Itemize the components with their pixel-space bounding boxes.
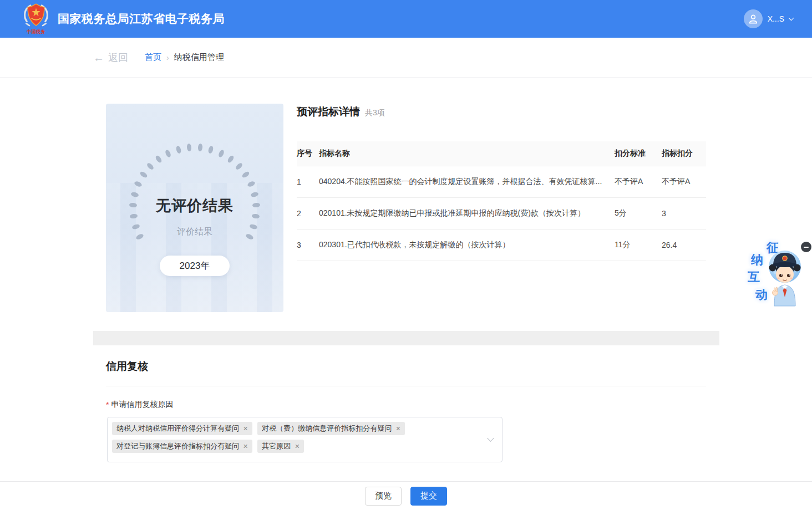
cell-name: 020301.已代扣代收税款，未按规定解缴的（按次计算） [319, 240, 615, 250]
cell-standard: 5分 [615, 208, 662, 218]
minimize-widget-button[interactable] [801, 242, 811, 252]
back-label: 返回 [108, 51, 128, 64]
cell-score: 3 [662, 209, 706, 218]
user-menu[interactable]: X...S [744, 9, 793, 28]
indicators-table: 序号 指标名称 扣分标准 指标扣分 1 040204.不能按照国家统一的会计制度… [297, 141, 706, 261]
tax-officer-avatar-icon [768, 248, 802, 307]
submit-button[interactable]: 提交 [410, 487, 447, 506]
table-row: 1 040204.不能按照国家统一的会计制度规定设置账簿，并根据合法、有效凭证核… [297, 166, 706, 198]
cell-name: 020101.未按规定期限缴纳已申报或批准延期申报的应纳税(费)款（按次计算） [319, 208, 615, 218]
preview-button[interactable]: 预览 [365, 487, 402, 506]
select-chevron-icon[interactable] [487, 435, 494, 442]
cell-standard: 不予评A [615, 177, 662, 187]
app-header: 中国税务 国家税务总局江苏省电子税务局 X...S [0, 0, 812, 38]
tag-remove-icon[interactable]: ✕ [243, 443, 248, 450]
result-card: 无评价结果 评价结果 2023年 [106, 104, 283, 312]
assistant-label-char: 纳 [751, 252, 763, 268]
column-header-no: 序号 [297, 149, 319, 159]
user-avatar-icon [747, 13, 759, 25]
footer-action-bar: 预览 提交 [0, 481, 812, 510]
cell-name: 040204.不能按照国家统一的会计制度规定设置账簿，并根据合法、有效凭证核算.… [319, 177, 615, 187]
cell-no: 2 [297, 209, 319, 218]
breadcrumb-bar: ← 返回 首页 › 纳税信用管理 [0, 38, 812, 78]
tax-emblem-logo: 中国税务 [21, 3, 51, 35]
assistant-widget[interactable]: 征 纳 互 动 [743, 237, 812, 315]
column-header-score: 指标扣分 [662, 149, 706, 159]
cell-no: 1 [297, 177, 319, 186]
tag-label: 对登记与账簿信息评价指标扣分有疑问 [116, 441, 239, 451]
breadcrumb: 首页 › 纳税信用管理 [145, 52, 224, 63]
cell-score: 不予评A [662, 177, 706, 187]
breadcrumb-home-link[interactable]: 首页 [145, 52, 161, 63]
table-row: 2 020101.未按规定期限缴纳已申报或批准延期申报的应纳税(费)款（按次计算… [297, 198, 706, 230]
logo-caption: 中国税务 [27, 29, 45, 34]
result-text: 无评价结果 [106, 196, 283, 216]
back-button[interactable]: ← 返回 [93, 51, 128, 64]
app-title: 国家税务总局江苏省电子税务局 [58, 11, 225, 27]
avatar [744, 9, 763, 28]
back-arrow-icon: ← [93, 52, 104, 63]
chevron-down-icon [789, 16, 794, 21]
reason-tag: 对税（费）缴纳信息评价指标扣分有疑问 ✕ [257, 422, 405, 435]
assistant-label-char: 动 [755, 287, 768, 303]
evaluation-section: 无评价结果 评价结果 2023年 预评指标详情 共3项 序号 指标名称 扣分标准… [93, 78, 719, 312]
reason-label: 申请信用复核原因 [111, 400, 173, 410]
reason-multiselect[interactable]: 纳税人对纳税信用评价得分计算有疑问 ✕ 对税（费）缴纳信息评价指标扣分有疑问 ✕… [107, 417, 503, 462]
section-title: 预评指标详情 [297, 105, 360, 119]
review-title: 信用复核 [106, 359, 719, 374]
tag-label: 对税（费）缴纳信息评价指标扣分有疑问 [262, 424, 392, 434]
item-count: 共3项 [365, 108, 385, 118]
reason-tag: 其它原因 ✕ [257, 440, 304, 453]
credit-review-section: 信用复核 * 申请信用复核原因 纳税人对纳税信用评价得分计算有疑问 ✕ 对税（费… [93, 359, 719, 490]
cell-standard: 11分 [615, 240, 662, 250]
reason-tag: 纳税人对纳税信用评价得分计算有疑问 ✕ [112, 422, 252, 435]
result-label: 评价结果 [106, 226, 283, 238]
section-divider-band [93, 331, 719, 345]
tag-remove-icon[interactable]: ✕ [395, 426, 400, 432]
column-header-standard: 扣分标准 [615, 149, 662, 159]
indicators-panel: 预评指标详情 共3项 序号 指标名称 扣分标准 指标扣分 1 040204.不能… [297, 104, 719, 312]
reason-tag: 对登记与账簿信息评价指标扣分有疑问 ✕ [112, 440, 252, 453]
user-name: X...S [768, 14, 784, 23]
tag-remove-icon[interactable]: ✕ [295, 443, 300, 450]
divider [106, 386, 706, 386]
cell-score: 26.4 [662, 241, 706, 249]
main-content: 无评价结果 评价结果 2023年 预评指标详情 共3项 序号 指标名称 扣分标准… [93, 78, 719, 490]
tag-label: 纳税人对纳税信用评价得分计算有疑问 [116, 424, 239, 434]
breadcrumb-current: 纳税信用管理 [174, 52, 224, 63]
breadcrumb-separator-icon: › [166, 53, 169, 62]
cell-no: 3 [297, 241, 319, 249]
column-header-name: 指标名称 [319, 149, 615, 159]
tag-remove-icon[interactable]: ✕ [243, 426, 248, 432]
table-header-row: 序号 指标名称 扣分标准 指标扣分 [297, 141, 706, 166]
table-row: 3 020301.已代扣代收税款，未按规定解缴的（按次计算） 11分 26.4 [297, 230, 706, 261]
assistant-label-char: 互 [748, 269, 760, 285]
year-pill[interactable]: 2023年 [160, 256, 230, 276]
tag-label: 其它原因 [262, 441, 291, 451]
required-asterisk: * [106, 400, 109, 409]
